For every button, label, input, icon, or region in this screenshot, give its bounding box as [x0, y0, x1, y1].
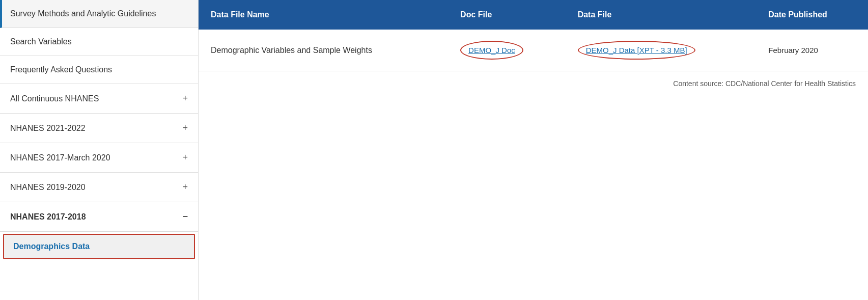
- sidebar-item-label: Survey Methods and Analytic Guidelines: [10, 9, 156, 18]
- col-header-doc-file: Doc File: [448, 0, 566, 30]
- content-source: Content source: CDC/National Center for …: [199, 71, 868, 96]
- sidebar-item-label: Search Variables: [10, 37, 72, 46]
- sidebar-item-nhanes-2017-2018[interactable]: NHANES 2017-2018−: [0, 202, 198, 232]
- expand-icon[interactable]: +: [182, 182, 188, 193]
- sidebar-item-label: NHANES 2019-2020: [10, 183, 86, 192]
- sidebar: Survey Methods and Analytic GuidelinesSe…: [0, 0, 199, 300]
- doc-file-cell: DEMO_J Doc: [448, 30, 566, 71]
- sidebar-item-label: NHANES 2021-2022: [10, 124, 86, 133]
- sidebar-item-nhanes-2017-march-2020[interactable]: NHANES 2017-March 2020+: [0, 143, 198, 173]
- sidebar-item-survey-methods[interactable]: Survey Methods and Analytic Guidelines: [0, 0, 198, 28]
- sidebar-item-demographics-data[interactable]: Demographics Data: [3, 234, 195, 259]
- sidebar-item-faq[interactable]: Frequently Asked Questions: [0, 56, 198, 84]
- col-header-data-file-name: Data File Name: [199, 0, 448, 30]
- sidebar-item-nhanes-2019-2020[interactable]: NHANES 2019-2020+: [0, 173, 198, 202]
- sidebar-item-label: NHANES 2017-2018: [10, 212, 86, 222]
- expand-icon[interactable]: +: [182, 123, 188, 133]
- data-table: Data File NameDoc FileData FileDate Publ…: [199, 0, 868, 71]
- col-header-data-file: Data File: [566, 0, 757, 30]
- collapse-icon[interactable]: −: [182, 211, 188, 222]
- data-file-cell: DEMO_J Data [XPT - 3.3 MB]: [566, 30, 757, 71]
- col-header-date-published: Date Published: [756, 0, 868, 30]
- sidebar-item-all-continuous-nhanes[interactable]: All Continuous NHANES+: [0, 84, 198, 114]
- expand-icon[interactable]: +: [182, 152, 188, 163]
- table-body: Demographic Variables and Sample Weights…: [199, 30, 868, 71]
- data-file-link[interactable]: DEMO_J Data [XPT - 3.3 MB]: [578, 41, 695, 60]
- sidebar-item-label: NHANES 2017-March 2020: [10, 153, 110, 162]
- expand-icon[interactable]: +: [182, 93, 188, 104]
- sidebar-item-search-variables[interactable]: Search Variables: [0, 28, 198, 56]
- date-published-cell: February 2020: [756, 30, 868, 71]
- doc-file-link[interactable]: DEMO_J Doc: [460, 41, 523, 60]
- sidebar-item-nhanes-2021-2022[interactable]: NHANES 2021-2022+: [0, 114, 198, 143]
- table-row: Demographic Variables and Sample Weights…: [199, 30, 868, 71]
- sidebar-item-label: Frequently Asked Questions: [10, 65, 112, 74]
- sidebar-item-label: All Continuous NHANES: [10, 94, 99, 103]
- table-header-row: Data File NameDoc FileData FileDate Publ…: [199, 0, 868, 30]
- data-file-name-cell: Demographic Variables and Sample Weights: [199, 30, 448, 71]
- main-content: Data File NameDoc FileData FileDate Publ…: [199, 0, 868, 300]
